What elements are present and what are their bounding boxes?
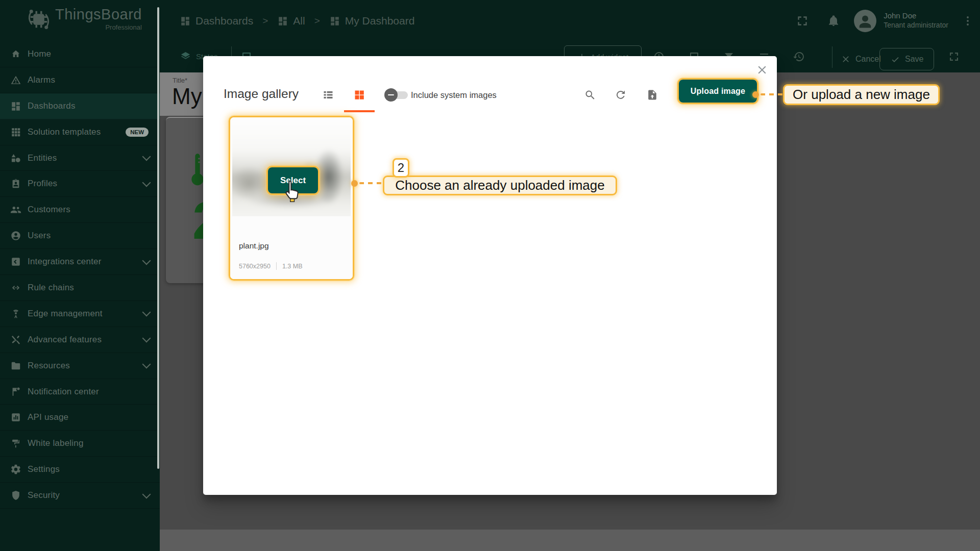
toolbar-fullscreen-icon[interactable]: [948, 51, 960, 63]
sidebar-scrollbar[interactable]: [157, 7, 159, 469]
dashboards-icon: [329, 15, 340, 27]
fullscreen-icon[interactable]: [796, 14, 809, 28]
sidebar-item-label: Settings: [28, 464, 154, 474]
sidebar-item-label: Alarms: [28, 75, 154, 85]
sidebar-item-entities[interactable]: Entities: [0, 145, 160, 171]
cancel-label: Cancel: [855, 55, 881, 64]
advanced-icon: [10, 334, 21, 345]
include-system-images-toggle[interactable]: [384, 88, 408, 102]
connector-dot-upload: [752, 91, 759, 98]
sidebar-item-settings[interactable]: Settings: [0, 457, 160, 483]
app-logo[interactable]: ThingsBoard Professional: [26, 6, 142, 33]
close-icon: [841, 54, 851, 64]
edge-icon: [10, 308, 21, 319]
sidebar-item-rule-chains[interactable]: Rule chains: [0, 275, 160, 301]
sidebar-item-label: Customers: [28, 205, 154, 215]
breadcrumb-separator: >: [262, 15, 268, 27]
chevron-down-icon: [142, 153, 151, 161]
refresh-icon[interactable]: [615, 89, 627, 101]
sidebar-item-label: Entities: [28, 153, 143, 163]
templates-icon: [10, 127, 21, 138]
notifications-bell-icon[interactable]: [827, 15, 840, 27]
sidebar-item-alarms[interactable]: Alarms: [0, 67, 160, 93]
sidebar-item-label: Solution templates: [28, 127, 126, 137]
breadcrumb-label: Dashboards: [195, 15, 253, 27]
upload-file-icon[interactable]: [646, 89, 658, 101]
sidebar-item-label: Dashboards: [28, 101, 154, 111]
breadcrumb-label: My Dashboard: [345, 15, 415, 27]
more-menu-icon[interactable]: [962, 15, 974, 27]
sidebar-item-profiles[interactable]: Profiles: [0, 171, 160, 197]
sidebar-item-white-labeling[interactable]: White labeling: [0, 431, 160, 457]
sidebar-item-solution-templates[interactable]: Solution templatesNEW: [0, 119, 160, 145]
connector-dash-card: [359, 182, 384, 184]
cancel-button[interactable]: Cancel: [841, 48, 881, 70]
thingsboard-logo-icon: [26, 6, 52, 33]
title-field-value: My: [172, 84, 202, 109]
sidebar-item-label: Integrations center: [28, 257, 143, 267]
user-role: Tenant administrator: [884, 21, 948, 30]
sidebar-item-label: Home: [28, 49, 154, 59]
hand-cursor-icon: [284, 180, 301, 202]
chevron-down-icon: [142, 360, 151, 369]
breadcrumb-item-all[interactable]: All: [277, 15, 305, 27]
sidebar-item-advanced-features[interactable]: Advanced features: [0, 327, 160, 353]
grid-view-tab-icon[interactable]: [353, 89, 365, 101]
breadcrumb: Dashboards>All>My Dashboard: [180, 0, 414, 41]
canvas-bottom-band: [160, 530, 980, 551]
dashboards-icon: [180, 15, 191, 27]
sidebar-item-users[interactable]: Users: [0, 223, 160, 249]
sidebar-item-integrations-center[interactable]: Integrations center: [0, 249, 160, 275]
image-gallery-dialog: Image gallery Include system images Uplo…: [203, 56, 777, 495]
breadcrumb-label: All: [293, 15, 305, 27]
profiles-icon: [10, 178, 21, 189]
connector-dot-card: [351, 180, 358, 187]
sidebar-item-notification-center[interactable]: Notification center: [0, 379, 160, 405]
search-icon[interactable]: [584, 89, 596, 101]
rule-chains-icon: [10, 282, 21, 293]
upload-image-button[interactable]: Upload image: [679, 80, 757, 103]
dialog-close-icon[interactable]: [755, 63, 769, 77]
sidebar-item-label: Edge management: [28, 309, 143, 319]
sidebar-item-label: Rule chains: [28, 283, 154, 293]
dialog-title: Image gallery: [224, 87, 299, 101]
sidebar-nav: HomeAlarmsDashboardsSolution templatesNE…: [0, 41, 160, 551]
image-resolution: 5760x2950: [239, 263, 271, 270]
dashboards-icon: [10, 101, 21, 112]
chevron-down-icon: [142, 256, 151, 265]
chevron-down-icon: [142, 308, 151, 317]
version-history-icon[interactable]: [793, 51, 805, 63]
customers-icon: [10, 204, 21, 215]
breadcrumb-item-dashboards[interactable]: Dashboards: [180, 15, 253, 27]
sidebar-item-label: API usage: [28, 412, 154, 422]
users-icon: [10, 230, 21, 241]
toggle-thumb: [384, 88, 398, 102]
page: ThingsBoard Professional Dashboards>All>…: [0, 0, 980, 551]
app-name: ThingsBoard: [55, 6, 142, 23]
entities-icon: [10, 153, 21, 164]
security-icon: [10, 490, 21, 501]
sidebar-item-api-usage[interactable]: API usage: [0, 405, 160, 431]
sidebar-item-edge-management[interactable]: Edge management: [0, 301, 160, 327]
breadcrumb-item-my-dashboard[interactable]: My Dashboard: [329, 15, 415, 27]
sidebar-item-dashboards[interactable]: Dashboards: [0, 93, 160, 119]
sidebar-item-home[interactable]: Home: [0, 41, 160, 67]
integrations-icon: [10, 256, 21, 267]
avatar[interactable]: [854, 10, 876, 32]
image-filename: plant.jpg: [239, 241, 269, 251]
user-info[interactable]: John Doe Tenant administrator: [884, 11, 948, 30]
sidebar-item-customers[interactable]: Customers: [0, 197, 160, 223]
step-number-badge: 2: [393, 158, 409, 178]
sidebar-item-label: White labeling: [28, 438, 154, 448]
upload-image-annotation: Or upload a new image: [783, 84, 940, 105]
sidebar-item-security[interactable]: Security: [0, 483, 160, 509]
image-meta: 5760x2950 1.3 MB: [239, 262, 302, 270]
list-view-tab-icon[interactable]: [322, 89, 334, 101]
meta-divider: [276, 262, 277, 270]
sidebar-item-label: Resources: [28, 361, 143, 371]
save-button[interactable]: Save: [879, 48, 934, 70]
sidebar-item-resources[interactable]: Resources: [0, 353, 160, 379]
sidebar-item-label: Users: [28, 231, 154, 241]
include-system-images-label: Include system images: [411, 90, 497, 100]
breadcrumb-separator: >: [314, 15, 320, 27]
